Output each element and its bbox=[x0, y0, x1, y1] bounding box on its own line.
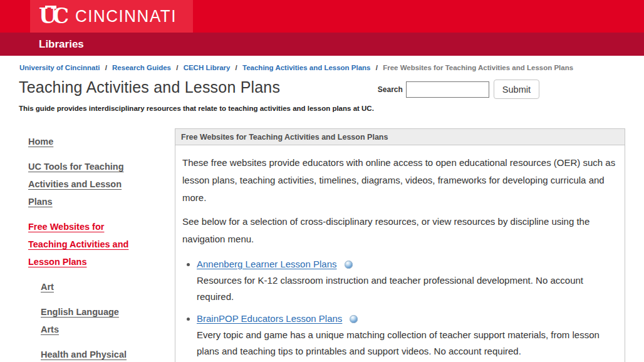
breadcrumb-link-guide[interactable]: Teaching Activities and Lesson Plans bbox=[242, 64, 371, 71]
sidebar-item-art[interactable]: Art bbox=[41, 278, 135, 296]
breadcrumb-separator: / bbox=[176, 64, 178, 71]
guide-navigation-sidebar: Home UC Tools for Teaching Activities an… bbox=[19, 128, 175, 362]
list-item: Annenberg Learner Lesson Plans Resources… bbox=[197, 259, 617, 305]
libraries-site-title[interactable]: Libraries bbox=[39, 38, 84, 51]
breadcrumb-current-page: Free Websites for Teaching Activities an… bbox=[383, 64, 573, 71]
content-box-title: Free Websites for Teaching Activities an… bbox=[175, 129, 625, 145]
search-input[interactable] bbox=[406, 81, 489, 98]
resource-list: Annenberg Learner Lesson Plans Resources… bbox=[197, 259, 617, 359]
resource-description: Every topic and game has a unique matchi… bbox=[197, 327, 617, 359]
see-below-paragraph: See below for a selection of cross-disci… bbox=[182, 213, 617, 248]
guide-description: This guide provides interdisciplinary re… bbox=[19, 105, 625, 112]
breadcrumb-separator: / bbox=[105, 64, 107, 71]
sidebar-item-free-websites[interactable]: Free Websites for Teaching Activities an… bbox=[28, 218, 144, 271]
resource-description: Resources for K-12 classroom instruction… bbox=[197, 272, 617, 305]
breadcrumb-separator: / bbox=[376, 64, 378, 71]
title-row: Teaching Activities and Lesson Plans Sea… bbox=[19, 78, 625, 99]
resource-link-brainpop[interactable]: BrainPOP Educators Lesson Plans bbox=[197, 313, 342, 324]
content-box-body: These free websites provide educators wi… bbox=[175, 145, 625, 362]
resource-link-annenberg[interactable]: Annenberg Learner Lesson Plans bbox=[197, 259, 337, 269]
globe-new-window-icon[interactable] bbox=[350, 315, 358, 323]
breadcrumb-link-university[interactable]: University of Cincinnati bbox=[19, 64, 100, 71]
breadcrumb-link-research-guides[interactable]: Research Guides bbox=[112, 64, 171, 71]
search-label: Search bbox=[378, 85, 403, 94]
search-submit-button[interactable]: Submit bbox=[494, 80, 539, 99]
sidebar-item-health-and-physical[interactable]: Health and Physical bbox=[41, 346, 135, 362]
page-title: Teaching Activities and Lesson Plans bbox=[19, 78, 280, 96]
guide-search: Search Submit bbox=[378, 80, 539, 99]
breadcrumb: University of Cincinnati / Research Guid… bbox=[19, 64, 625, 71]
uc-logo[interactable]: UC CINCINNATI bbox=[30, 0, 193, 33]
content-box: Free Websites for Teaching Activities an… bbox=[175, 128, 625, 362]
globe-new-window-icon[interactable] bbox=[345, 261, 353, 269]
university-wordmark: CINCINNATI bbox=[75, 8, 177, 24]
breadcrumb-link-cech-library[interactable]: CECH Library bbox=[184, 64, 231, 71]
sidebar-item-english-language-arts[interactable]: English Language Arts bbox=[41, 303, 135, 338]
libraries-header-bar: Libraries bbox=[0, 33, 644, 56]
main-area: Home UC Tools for Teaching Activities an… bbox=[19, 128, 625, 362]
breadcrumb-separator: / bbox=[236, 64, 237, 71]
sidebar-item-uc-tools[interactable]: UC Tools for Teaching Activities and Les… bbox=[28, 158, 144, 210]
list-item: BrainPOP Educators Lesson Plans Every to… bbox=[197, 313, 617, 359]
uc-monogram-icon: UC bbox=[39, 6, 69, 26]
university-header-bar: UC CINCINNATI bbox=[0, 0, 644, 33]
intro-paragraph: These free websites provide educators wi… bbox=[182, 154, 617, 207]
sidebar-item-home[interactable]: Home bbox=[28, 133, 144, 150]
